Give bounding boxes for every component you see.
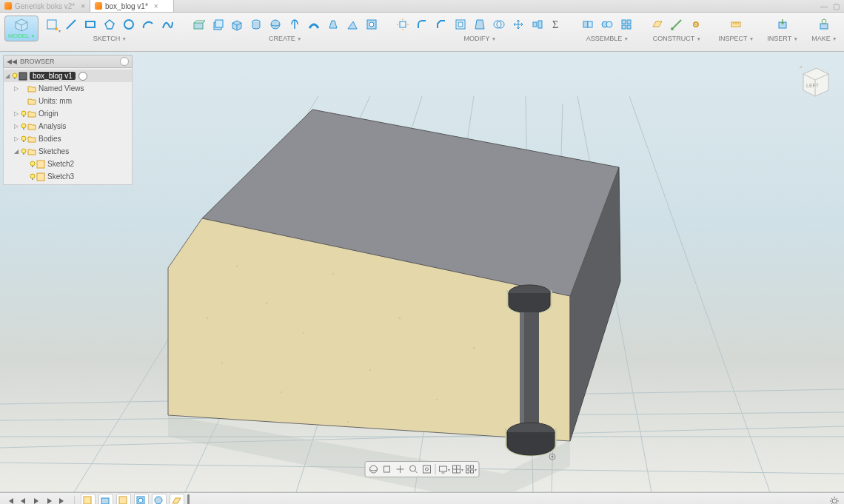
line-button[interactable] [62, 16, 80, 33]
circle-button[interactable] [120, 16, 138, 33]
view-cube[interactable]: LEFT [794, 61, 835, 101]
step-forward-button[interactable] [44, 496, 55, 504]
expand-icon[interactable]: ▷ [13, 85, 20, 92]
svg-rect-29 [583, 21, 588, 27]
tree-node[interactable]: Sketch3 [4, 170, 132, 183]
point-button[interactable] [687, 16, 705, 33]
expand-icon[interactable]: ◢ [4, 73, 11, 79]
settings-gear-icon[interactable] [829, 496, 840, 504]
plane-button[interactable] [649, 16, 666, 33]
minimize-icon[interactable]: — [820, 2, 828, 10]
expand-icon[interactable]: ▷ [13, 110, 20, 117]
draft-button[interactable] [471, 16, 489, 33]
shell-button[interactable] [452, 16, 469, 33]
display-settings-button[interactable]: ▾ [438, 463, 451, 475]
expand-icon[interactable]: ▷ [13, 135, 20, 142]
expand-icon[interactable]: ▷ [13, 123, 20, 130]
viewport-3d[interactable]: ◀◀ BROWSER ◢ box_blog v1 ▷Named ViewsUni… [0, 52, 844, 492]
tree-node[interactable]: ◢Sketches [4, 145, 132, 158]
pan-button[interactable] [394, 463, 407, 475]
tree-node[interactable]: Units: mm [4, 95, 132, 107]
cylinder-button[interactable] [247, 16, 265, 33]
chamfer-button[interactable] [432, 16, 450, 33]
insert-button[interactable] [774, 16, 791, 33]
svg-line-4 [67, 20, 76, 29]
tree-node[interactable]: ▷Bodies [4, 132, 132, 145]
visibility-bulb-icon[interactable] [29, 173, 36, 181]
extrude-button[interactable] [209, 16, 227, 33]
visibility-bulb-icon[interactable] [20, 123, 27, 130]
arc-button[interactable] [139, 16, 157, 33]
move-button[interactable] [509, 16, 527, 33]
visibility-bulb-icon[interactable] [11, 73, 19, 80]
maximize-icon[interactable]: ▢ [832, 2, 840, 10]
visibility-bulb-icon[interactable] [20, 135, 27, 143]
rigid-group-button[interactable] [617, 16, 635, 33]
browser-dot-icon[interactable] [120, 57, 129, 66]
browser-header[interactable]: ◀◀ BROWSER [3, 55, 133, 68]
timeline-feature-sketch2[interactable] [116, 494, 131, 504]
look-at-button[interactable] [381, 463, 394, 475]
go-start-button[interactable] [4, 496, 15, 504]
rectangle-button[interactable] [81, 16, 99, 33]
hole-button[interactable] [363, 16, 381, 33]
tree-node[interactable]: ▷Origin [4, 107, 132, 120]
timeline-feature-extrude[interactable] [98, 494, 113, 504]
rib-button[interactable] [344, 16, 361, 33]
tree-node[interactable]: ▷Named Views [4, 82, 132, 95]
tab-doc-0[interactable]: Generisk boks v2* × [0, 0, 90, 12]
tree-node[interactable]: Sketch2 [4, 158, 132, 170]
sweep-button[interactable] [305, 16, 323, 33]
box-button[interactable] [228, 16, 246, 33]
box-flat-button[interactable] [190, 16, 207, 33]
svg-rect-124 [466, 470, 469, 473]
tree-node[interactable]: ▷Analysis [4, 120, 132, 132]
loft-button[interactable] [324, 16, 342, 33]
make-button[interactable] [815, 16, 833, 33]
timeline-marker[interactable] [187, 494, 190, 504]
collapse-icon[interactable]: ◀◀ [7, 58, 17, 65]
axis-button[interactable] [668, 16, 686, 33]
model-body[interactable] [168, 110, 620, 492]
radio-icon[interactable] [78, 72, 87, 81]
folder-icon [27, 122, 36, 131]
fit-button[interactable] [421, 463, 434, 475]
zoom-button[interactable] [407, 463, 421, 475]
close-tab-icon[interactable]: × [154, 2, 158, 10]
viewports-button[interactable]: ▾ [464, 463, 478, 475]
timeline-feature-appearance[interactable] [152, 494, 167, 504]
sphere-button[interactable] [267, 16, 284, 33]
tab-doc-1[interactable]: box_blog v1* × [90, 0, 174, 12]
timeline-feature-sketch[interactable] [81, 494, 96, 504]
parameters-button[interactable]: Σ [548, 16, 566, 33]
workspace-model-button[interactable]: MODEL▼ [4, 16, 38, 41]
grid-settings-button[interactable]: ▾ [451, 463, 464, 475]
combine-button[interactable] [490, 16, 508, 33]
visibility-bulb-icon[interactable] [20, 148, 27, 155]
svg-rect-13 [215, 20, 223, 27]
visibility-bulb-icon[interactable] [29, 161, 36, 168]
orbit-button[interactable] [367, 463, 381, 475]
revolve-button[interactable] [286, 16, 304, 33]
spline-button[interactable] [158, 16, 176, 33]
as-built-joint-button[interactable] [598, 16, 616, 33]
main-toolbar: MODEL▼ ▾ SKETCH▼ CREATE▼ [0, 13, 844, 52]
fillet-button[interactable] [413, 16, 431, 33]
close-tab-icon[interactable]: × [81, 2, 85, 10]
go-end-button[interactable] [58, 496, 68, 504]
svg-rect-112 [384, 466, 390, 472]
browser-title: BROWSER [20, 58, 55, 65]
timeline-feature-hole[interactable] [134, 494, 149, 504]
polygon-button[interactable] [101, 16, 118, 33]
step-back-button[interactable] [18, 496, 28, 504]
play-button[interactable] [31, 496, 41, 504]
visibility-bulb-icon[interactable] [20, 110, 27, 118]
expand-icon[interactable]: ◢ [13, 148, 20, 155]
tree-root[interactable]: ◢ box_blog v1 [4, 70, 132, 82]
measure-button[interactable] [727, 16, 745, 33]
joint-button[interactable] [579, 16, 597, 33]
timeline-feature-section[interactable] [170, 494, 184, 504]
align-button[interactable] [529, 16, 546, 33]
new-sketch-button[interactable]: ▾ [43, 16, 61, 33]
press-pull-button[interactable] [394, 16, 412, 33]
